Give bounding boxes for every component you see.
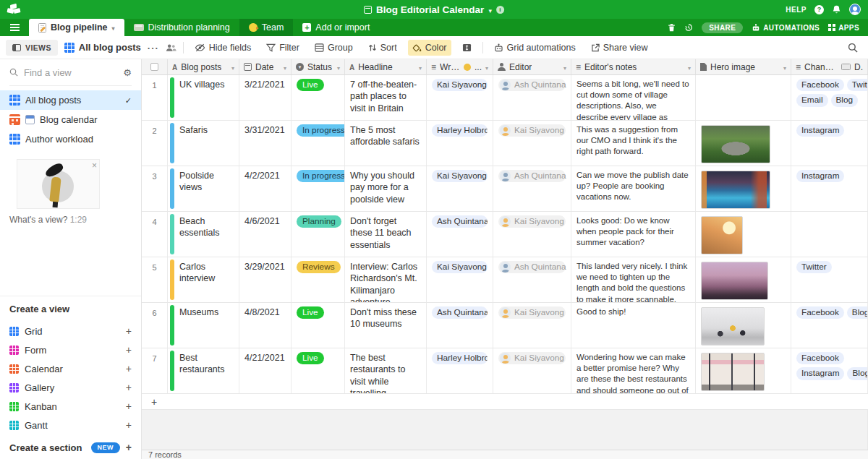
hero-image-thumbnail[interactable] (701, 125, 770, 163)
cell-editor-notes[interactable]: Looks good: Do we know when people pack … (571, 212, 696, 257)
cell-headline[interactable]: The best restaurants to visit while trav… (345, 348, 427, 393)
collaborators-icon[interactable] (166, 43, 176, 52)
airtable-logo[interactable] (7, 4, 20, 14)
row-number-cell[interactable]: 1 (142, 75, 168, 120)
cell-date[interactable]: 4/2/2021 (239, 166, 292, 211)
hamburger-menu-icon[interactable] (0, 19, 29, 36)
hero-image-thumbnail[interactable] (701, 216, 743, 254)
create-view-kanban[interactable]: Kanban (9, 397, 132, 416)
create-view-gallery[interactable]: Gallery (9, 378, 132, 397)
tab-team[interactable]: Team (239, 19, 294, 36)
hero-image-thumbnail[interactable] (701, 262, 768, 300)
plus-icon[interactable] (126, 363, 132, 374)
cell-editor-notes[interactable]: This landed very nicely. I think we need… (571, 257, 696, 302)
create-section-button[interactable]: Create a section NEW (9, 442, 132, 453)
cell-headline[interactable]: Interview: Carlos Richardson's Mt. Kilim… (345, 257, 427, 302)
close-icon[interactable] (92, 160, 97, 171)
tab-add-or-import[interactable]: Add or import (293, 19, 379, 36)
cell-headline[interactable]: Don't forget these 11 beach essentials (345, 212, 427, 257)
create-view-calendar[interactable]: Calendar (9, 359, 132, 378)
cell-date[interactable]: 4/21/2021 (239, 348, 292, 393)
cell-writer[interactable]: Kai Siyavong (427, 257, 493, 302)
column-header-editor[interactable]: Editor (493, 59, 571, 74)
cell-blog-post[interactable]: Safaris (168, 121, 239, 166)
hero-image-thumbnail[interactable] (701, 171, 770, 209)
plus-icon[interactable] (126, 400, 132, 412)
column-header-editor-s-notes[interactable]: Editor's notes (571, 59, 696, 74)
row-height-button[interactable] (458, 40, 476, 55)
cell-blog-post[interactable]: Poolside views (168, 166, 239, 211)
plus-icon[interactable] (126, 325, 132, 337)
sort-button[interactable]: Sort (364, 40, 401, 56)
cell-writer[interactable]: Harley Holbrook (427, 121, 493, 166)
cell-writer[interactable]: Ash Quintana (427, 212, 493, 257)
cell-writer[interactable]: Kai Siyavong (427, 75, 493, 120)
cell-channels[interactable]: FacebookBlog (791, 303, 868, 348)
cell-status[interactable]: Live (292, 75, 345, 120)
cell-date[interactable]: 4/6/2021 (239, 212, 292, 257)
cell-editor[interactable]: Kai Siyavong (493, 212, 571, 257)
cell-headline[interactable]: 7 off-the-beaten-path places to visit in… (345, 75, 427, 120)
color-button[interactable]: Color (408, 40, 451, 56)
cell-headline[interactable]: Don't miss these 10 museums (345, 303, 427, 348)
cell-channels[interactable] (791, 212, 868, 257)
create-view-gantt[interactable]: Gantt (9, 416, 132, 434)
base-title-group[interactable]: Blog Editorial Calendar (364, 3, 504, 16)
cell-blog-post[interactable]: UK villages (168, 75, 239, 120)
row-number-cell[interactable]: 5 (142, 257, 168, 302)
column-header-blog-posts[interactable]: Blog posts (168, 59, 239, 74)
column-header-date[interactable]: Date (239, 59, 292, 74)
tab-distribution-planning[interactable]: Distribution planning (124, 19, 239, 36)
cell-editor[interactable]: Kai Siyavong (493, 121, 571, 166)
column-header-hero-image[interactable]: Hero image (696, 59, 791, 74)
row-number-cell[interactable]: 4 (142, 212, 168, 257)
hero-image-thumbnail[interactable] (701, 353, 765, 391)
cell-blog-post[interactable]: Carlos interview (168, 257, 239, 302)
cell-hero-image[interactable] (696, 303, 791, 348)
column-header-headline[interactable]: Headline (345, 59, 427, 74)
cell-channels[interactable]: FacebookInstagramBlog (791, 348, 868, 393)
cell-status[interactable]: In progress (292, 166, 345, 211)
cell-editor[interactable]: Ash Quintana (493, 75, 571, 120)
filter-button[interactable]: Filter (262, 40, 304, 56)
info-icon[interactable] (496, 6, 504, 14)
row-number-cell[interactable]: 7 (142, 348, 168, 393)
cell-editor-notes[interactable]: This was a suggestion from our CMO and I… (571, 121, 696, 166)
cell-channels[interactable]: FacebookTwitterEmailBlog (791, 75, 868, 120)
search-icon[interactable] (848, 43, 858, 53)
chevron-down-icon[interactable] (488, 3, 492, 16)
cell-hero-image[interactable] (696, 348, 791, 393)
cell-channels[interactable]: Instagram (791, 121, 868, 166)
history-icon[interactable] (684, 23, 693, 32)
cell-editor[interactable]: Ash Quintana (493, 257, 571, 302)
cell-editor[interactable]: Kai Siyavong (493, 348, 571, 393)
cell-editor[interactable]: Kai Siyavong (493, 303, 571, 348)
row-number-cell[interactable]: 6 (142, 303, 168, 348)
cell-editor-notes[interactable]: Seems a bit long, we'll need to cut down… (571, 75, 696, 120)
cell-writer[interactable]: Ash Quintana (427, 303, 493, 348)
views-toggle-button[interactable]: VIEWS (6, 40, 58, 56)
cell-date[interactable]: 3/31/2021 (239, 121, 292, 166)
view-options-menu-icon[interactable] (148, 41, 159, 54)
sidebar-view-blog-calendar[interactable]: Blog calendar (0, 110, 141, 129)
share-button[interactable]: SHARE (702, 22, 743, 33)
cell-status[interactable]: Reviews (292, 257, 345, 302)
cell-editor-notes[interactable]: Wondering how we can make a better promi… (571, 348, 696, 393)
cell-hero-image[interactable] (696, 121, 791, 166)
cell-date[interactable]: 3/21/2021 (239, 75, 292, 120)
row-number-cell[interactable]: 2 (142, 121, 168, 166)
cell-headline[interactable]: The 5 most affordable safaris (345, 121, 427, 166)
current-view-button[interactable]: All blog posts (64, 42, 141, 53)
automations-button[interactable]: AUTOMATIONS (752, 23, 820, 32)
add-row[interactable] (142, 394, 868, 410)
checkbox[interactable] (150, 63, 158, 71)
cell-status[interactable]: Planning (292, 212, 345, 257)
create-view-form[interactable]: Form (9, 340, 132, 359)
cell-hero-image[interactable] (696, 257, 791, 302)
plus-icon[interactable] (126, 442, 132, 453)
cell-headline[interactable]: Why you should pay more for a poolside v… (345, 166, 427, 211)
group-button[interactable]: Group (310, 40, 357, 56)
video-thumbnail[interactable] (17, 159, 100, 209)
apps-button[interactable]: APPS (828, 24, 859, 32)
cell-channels[interactable]: Twitter (791, 257, 868, 302)
